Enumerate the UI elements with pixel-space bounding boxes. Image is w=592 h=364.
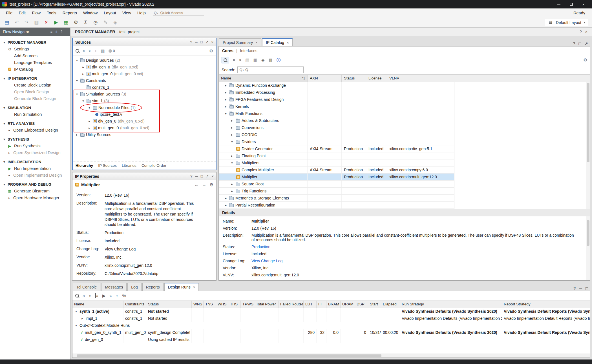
float-icon[interactable]: ↗ bbox=[206, 40, 209, 44]
chevron-right-icon[interactable] bbox=[224, 84, 228, 87]
sidebar-item-generate-block-design[interactable]: Generate Block Design bbox=[0, 95, 70, 102]
step-to-start-icon[interactable]: « bbox=[95, 293, 98, 298]
subtab-interfaces[interactable]: Interfaces bbox=[240, 48, 257, 53]
expand-all-icon[interactable]: » bbox=[88, 295, 92, 297]
percent-icon[interactable]: % bbox=[122, 293, 126, 298]
menu-icon[interactable]: ≡ bbox=[50, 30, 52, 34]
catalog-row-multiplier-selected[interactable]: MultiplierProductionIncludedxilinx.com:i… bbox=[219, 174, 454, 181]
redo-icon[interactable]: ↷ bbox=[24, 19, 29, 25]
catalog-row[interactable]: Memories & Storage Elements bbox=[219, 195, 454, 202]
collapse-all-icon[interactable]: « bbox=[82, 50, 86, 52]
undo-icon[interactable]: ↶ bbox=[14, 19, 19, 25]
tree-row-design-sources[interactable]: Design Sources(2) bbox=[73, 57, 216, 64]
chevron-down-icon[interactable] bbox=[224, 112, 228, 116]
catalog-row[interactable]: Partial Reconfiguration bbox=[219, 202, 454, 209]
chevron-right-icon[interactable] bbox=[87, 126, 91, 130]
menu-flow[interactable]: Flow bbox=[29, 9, 44, 17]
column-header[interactable]: Run Strategy bbox=[400, 301, 502, 308]
column-header-status[interactable]: Status bbox=[342, 75, 366, 82]
column-header[interactable]: FF bbox=[317, 301, 326, 308]
tab-design-runs[interactable]: Design Runs× bbox=[164, 283, 199, 291]
minimize-button[interactable] bbox=[553, 0, 565, 8]
subtab-cores[interactable]: Cores bbox=[222, 48, 233, 53]
minimize-icon[interactable]: ─ bbox=[195, 174, 198, 178]
collapse-all-icon[interactable]: « bbox=[82, 295, 86, 297]
run-all-icon[interactable]: ▦ bbox=[63, 19, 69, 25]
tree-row-mult-gen[interactable]: mult_gen_0(mult_gen_0.xci) bbox=[73, 70, 216, 77]
column-header-name[interactable]: Name^1 bbox=[219, 75, 308, 82]
sidebar-item-language-templates[interactable]: Language Templates bbox=[0, 59, 70, 66]
catalog-row[interactable]: Adders & Subtracters bbox=[219, 117, 454, 124]
close-icon[interactable]: × bbox=[585, 30, 587, 34]
chevron-right-icon[interactable] bbox=[80, 317, 84, 320]
sidebar-item-open-elaborated-design[interactable]: Open Elaborated Design bbox=[0, 127, 70, 134]
quick-access-input[interactable] bbox=[160, 11, 197, 15]
menu-file[interactable]: File bbox=[3, 9, 16, 17]
column-header[interactable]: WHS bbox=[216, 301, 228, 308]
catalog-row[interactable]: Embedded Processing bbox=[219, 89, 454, 96]
tab-hierarchy[interactable]: Hierarchy bbox=[75, 162, 94, 169]
chevron-right-icon[interactable] bbox=[230, 182, 234, 186]
column-header[interactable]: Start bbox=[368, 301, 381, 308]
tree-row-sim-1[interactable]: sim_1(3) bbox=[73, 97, 216, 104]
column-header[interactable]: LUT bbox=[304, 301, 317, 308]
quick-access-search[interactable]: Q bbox=[153, 10, 204, 16]
column-header[interactable]: THS bbox=[228, 301, 241, 308]
info-icon[interactable]: ⓘ bbox=[277, 57, 281, 63]
tab-reports[interactable]: Reports bbox=[142, 283, 164, 291]
status-link[interactable]: Production bbox=[251, 245, 586, 249]
sidebar-item-settings[interactable]: ⚙Settings bbox=[0, 46, 70, 52]
help-icon[interactable]: ? bbox=[580, 30, 582, 34]
back-icon[interactable]: ← bbox=[195, 182, 199, 187]
add-sources-icon[interactable]: + bbox=[95, 48, 97, 53]
chevron-right-icon[interactable] bbox=[224, 98, 228, 101]
gear-icon[interactable]: ⚙ bbox=[209, 48, 213, 54]
help-icon[interactable]: ? bbox=[60, 30, 62, 34]
section-header[interactable]: IMPLEMENTATION bbox=[0, 159, 70, 165]
catalog-row-dividers[interactable]: Dividers bbox=[219, 138, 454, 145]
menu-view[interactable]: View bbox=[119, 9, 134, 17]
column-header[interactable]: DSP bbox=[355, 301, 368, 308]
minimize-icon[interactable]: ─ bbox=[195, 40, 197, 44]
section-header[interactable]: PROJECT MANAGER bbox=[0, 39, 70, 46]
tab-log[interactable]: Log bbox=[127, 283, 141, 291]
chevron-down-icon[interactable] bbox=[75, 92, 79, 96]
section-header[interactable]: PROGRAM AND DEBUG bbox=[0, 181, 70, 188]
column-header[interactable]: Status bbox=[146, 301, 192, 308]
sidebar-item-run-synthesis[interactable]: ▶Run Synthesis bbox=[0, 143, 70, 149]
close-icon[interactable]: × bbox=[193, 285, 195, 289]
column-header[interactable]: TNS bbox=[204, 301, 216, 308]
debug-probe-icon[interactable]: ◈ bbox=[112, 19, 118, 25]
tab-compile-order[interactable]: Compile Order bbox=[141, 162, 167, 169]
section-header[interactable]: SIMULATION bbox=[0, 105, 70, 111]
scrollbar-thumb[interactable] bbox=[77, 354, 381, 357]
run-row-impl-1[interactable]: impl_1 constrs_1 Not started Vivado Impl… bbox=[72, 315, 590, 322]
maximize-icon[interactable]: □ bbox=[200, 40, 203, 44]
column-header[interactable]: Failed Routes bbox=[279, 301, 304, 308]
tree-row-simulation-sources[interactable]: Simulation Sources(3) bbox=[73, 91, 216, 97]
sidebar-item-add-sources[interactable]: Add Sources bbox=[0, 52, 70, 59]
column-header[interactable]: WNS bbox=[192, 301, 204, 308]
edit-pencil-icon[interactable]: ✎ bbox=[103, 19, 108, 25]
sidebar-item-run-simulation[interactable]: Run Simulation bbox=[0, 111, 70, 118]
copy-icon[interactable]: ▥ bbox=[34, 19, 39, 25]
minimize-icon[interactable]: ─ bbox=[65, 30, 67, 34]
column-header[interactable]: Name bbox=[72, 301, 123, 308]
file-icon[interactable]: ▥ bbox=[101, 48, 105, 54]
float-icon[interactable]: ↗ bbox=[584, 41, 588, 46]
gear-icon[interactable]: ⚙ bbox=[584, 57, 587, 63]
hierarchy-view-icon[interactable]: ▤ bbox=[246, 57, 249, 63]
tree-row-div-gen-sim[interactable]: div_gen_0(div_gen_0.xci) bbox=[73, 118, 216, 125]
chevron-down-icon[interactable] bbox=[75, 59, 79, 62]
customize-wrench-icon[interactable]: ◈ bbox=[261, 57, 265, 63]
tab-project-summary[interactable]: Project Summary× bbox=[219, 38, 261, 46]
sidebar-item-create-block-design[interactable]: Create Block Design bbox=[0, 82, 70, 88]
maximize-icon[interactable]: □ bbox=[586, 286, 588, 291]
expand-all-icon[interactable]: » bbox=[238, 59, 243, 61]
chevron-right-icon[interactable] bbox=[224, 105, 228, 108]
chevron-right-icon[interactable] bbox=[81, 65, 85, 69]
help-icon[interactable]: ? bbox=[573, 286, 576, 291]
chevron-right-icon[interactable] bbox=[230, 133, 234, 137]
collapse-all-icon[interactable]: « bbox=[232, 59, 237, 61]
close-icon[interactable]: × bbox=[255, 40, 258, 45]
